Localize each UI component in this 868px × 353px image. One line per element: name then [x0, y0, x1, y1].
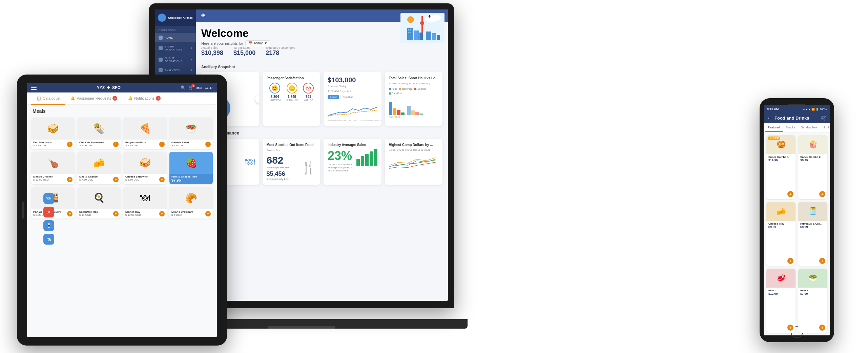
fruit-tray-name: Fruit & Cheese Tray — [171, 175, 211, 178]
sidebar-item-flight[interactable]: FLIGHT OPERATIONS — [155, 54, 196, 65]
croissant-add-button[interactable]: + — [205, 211, 211, 216]
cart-badge: 1 — [191, 84, 195, 87]
cheese-sandwich-add-button[interactable]: + — [159, 177, 165, 182]
snack-combo-1-add-button[interactable]: + — [787, 191, 793, 197]
welcome-text: Welcome Here are your insights for 📅 Tod… — [201, 27, 295, 61]
beverage-dot — [399, 88, 401, 90]
tablet-home-button[interactable] — [22, 202, 24, 219]
menu-line-3 — [31, 89, 37, 90]
tab-notifications-label: Notifications — [134, 96, 154, 100]
salad-price: $ 7.95 USD — [171, 144, 211, 147]
snack-combo-2-name: Snack Combo 2 — [800, 155, 825, 159]
snack-combo-2-info: Snack Combo 2 $8.99 — [798, 154, 827, 164]
neutral-label: Neutral PAX — [286, 99, 298, 101]
cheese-tray-add-button[interactable]: + — [787, 258, 793, 264]
stat-actual-value: $10,398 — [201, 49, 223, 57]
cart-icon[interactable]: 🛒 1 — [188, 85, 193, 90]
hummus-price: $8.99 — [800, 225, 825, 229]
battery-indicator: 86% — [196, 86, 202, 89]
comp-subtitle: Series: YYZ to JFK Series: DFW to ATL — [389, 149, 439, 151]
breakfast-add-button[interactable]: + — [113, 211, 119, 216]
legend-beverage: Beverage — [399, 88, 412, 90]
item6-add-button[interactable]: + — [819, 325, 825, 331]
neutral-count: 1,349 — [286, 95, 298, 99]
mac-img: 🧀 — [77, 152, 121, 174]
filter-icon-1[interactable]: 🍽 — [43, 193, 54, 204]
actual-toggle[interactable]: Actual — [328, 95, 339, 99]
svg-rect-9 — [408, 32, 409, 33]
industry-value: 23% — [328, 149, 355, 163]
phone-header: ← Food and Drinks 🛒 — [764, 113, 830, 123]
happy-label: Happy PAX — [269, 99, 281, 101]
filter-icon-3[interactable]: 🛍 — [43, 234, 54, 245]
mango-add-button[interactable]: + — [67, 177, 73, 182]
tab-passenger-requests[interactable]: 🔔 Passenger Requests 4 — [65, 92, 123, 105]
shawarma-price: $ 7.50 USD — [79, 144, 119, 147]
sidebar-item-analytics[interactable]: ANALYTICS — [155, 65, 196, 75]
snack-combo-2-add-button[interactable]: + — [819, 191, 825, 197]
item6-img: 🥗 — [798, 269, 827, 288]
stocked-lost-label: in Opportunity Lost — [267, 178, 290, 181]
phone-tab-featured[interactable]: Featured — [765, 123, 783, 132]
shawarma-img: 🌯 — [77, 118, 121, 140]
close-filter-icon[interactable]: ✕ — [43, 207, 54, 217]
salad-add-button[interactable]: + — [205, 142, 211, 147]
phone-speaker — [788, 104, 805, 105]
phone-tab-hotmeals[interactable]: Hot Meals — [820, 123, 830, 132]
nav-arrow-left[interactable]: ‹ — [255, 95, 259, 103]
list-view-icon[interactable]: ≡ — [208, 108, 211, 114]
dinner-add-button[interactable]: + — [159, 211, 165, 216]
industry-card: Industry Average: Sales 23% Above indust… — [324, 139, 381, 185]
stocked-out-card: Most Stocked Out Item: Food Protein Box … — [263, 139, 321, 185]
tablet-status-bar: YYZ ✈ SFO 🔍 🛒 1 86% 11:47 — [27, 83, 217, 92]
stat-expected-value: 2178 — [266, 49, 295, 57]
mac-add-button[interactable]: + — [113, 177, 119, 182]
phone-product-item5: 🥩 Item 5 $12.99 + — [766, 269, 795, 333]
tablet-screen: YYZ ✈ SFO 🔍 🛒 1 86% 11:47 — [27, 83, 217, 337]
phone-product-hummus: 🫙 Hummus & Cra... $8.99 + — [798, 202, 827, 266]
phone-product-grid: 🥨 ⭐ 3 left Snack Combo 1 $19.99 + 🍿 Snac… — [764, 132, 830, 335]
filter-icon-2[interactable]: 🍷 — [43, 220, 54, 231]
shawarma-add-button[interactable]: + — [113, 142, 119, 147]
sidebar-item-store-label: STORE OPERATIONS — [165, 45, 189, 51]
back-button[interactable]: ← — [767, 115, 772, 121]
phone-cart-icon[interactable]: 🛒 — [821, 115, 827, 121]
phone-tab-snacks[interactable]: Snacks — [783, 123, 798, 132]
hummus-img: 🫙 — [798, 202, 827, 221]
breakfast-price: $ 11 USD — [79, 213, 119, 216]
deli-add-button[interactable]: + — [67, 142, 73, 147]
meals-section-header: Meals ≡ — [27, 105, 217, 118]
menu-line-2 — [31, 87, 37, 88]
sidebar-item-store[interactable]: STORE OPERATIONS — [155, 42, 196, 54]
meals-title: Meals — [33, 108, 46, 114]
phone-product-cheese-tray: 🧀 Cheese Tray $9.99 + — [766, 202, 795, 266]
phone-product-snack-combo-1: 🥨 ⭐ 3 left Snack Combo 1 $19.99 + — [766, 135, 795, 199]
pizza-add-button[interactable]: + — [159, 142, 165, 147]
tab-notifications[interactable]: 🔔 Notifications 2 — [123, 92, 166, 105]
total-sales-title: Total Sales: Short Haul vs Lo... — [389, 76, 439, 80]
date-selector-label: Today — [254, 41, 263, 45]
industry-content: 23% Above industry daily average compare… — [328, 149, 377, 172]
industry-title: Industry Average: Sales — [328, 143, 377, 147]
item5-price: $12.99 — [768, 292, 793, 295]
snack-combo-2-img: 🍿 — [798, 135, 827, 154]
phone-tab-sandwiches[interactable]: Sandwiches — [798, 123, 820, 132]
hummus-add-button[interactable]: + — [819, 258, 825, 264]
sidebar-item-home[interactable]: HOME — [155, 33, 196, 42]
date-selector-button[interactable]: 📅 Today ▼ — [245, 40, 271, 46]
meal-item-breakfast: 🍳 Breakfast Tray $ 11 USD + — [77, 187, 121, 219]
deli-price: $ 7.95 USD — [33, 144, 73, 147]
search-icon[interactable]: 🔍 — [181, 85, 186, 90]
tab-catalogue[interactable]: 📋 Catalogue — [31, 92, 65, 105]
item5-add-button[interactable]: + — [787, 325, 793, 331]
requests-icon: 🔔 — [70, 96, 75, 101]
expected-toggle[interactable]: Expected — [340, 95, 355, 99]
item5-name: Item 5 — [768, 289, 793, 292]
hamburger-menu-icon[interactable] — [31, 86, 37, 90]
featured-tab-label: Featured — [768, 126, 780, 129]
comp-title: Highest Comp Dollars by ... — [389, 143, 439, 147]
sushi-add-button[interactable]: + — [67, 211, 73, 216]
phone-body: 9:41 AM ▲▲▲ 📶 🔋 100% ← Food and Drinks 🛒… — [760, 98, 834, 342]
plane-icon: ✈ — [107, 85, 110, 90]
breakfast-name: Breakfast Tray — [79, 210, 119, 213]
